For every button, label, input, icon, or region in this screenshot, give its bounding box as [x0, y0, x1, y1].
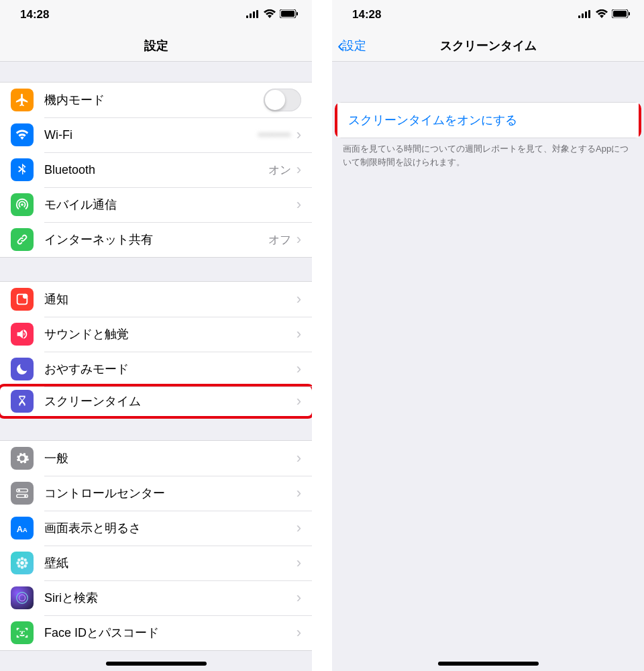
cellular-signal-icon	[578, 8, 592, 21]
settings-screen: 14:28 設定 機内モードWi-Fi•••••••›Bluetoothオン›モ…	[0, 0, 312, 671]
row-label: サウンドと触覚	[44, 326, 297, 342]
svg-rect-30	[585, 11, 587, 18]
svg-point-18	[16, 562, 19, 565]
svg-point-23	[23, 564, 27, 568]
svg-rect-0	[246, 15, 248, 18]
antenna-icon	[11, 193, 34, 216]
svg-rect-29	[582, 13, 584, 18]
nav-bar: ‹ 設定 スクリーンタイム	[332, 30, 644, 62]
svg-text:A: A	[17, 524, 23, 534]
settings-row-sounds[interactable]: サウンドと触覚›	[0, 317, 312, 352]
row-label: 壁紙	[44, 555, 297, 571]
row-value: •••••••	[258, 128, 291, 142]
settings-row-siri[interactable]: Siriと検索›	[0, 580, 312, 615]
row-label: 機内モード	[44, 92, 264, 108]
chevron-right-icon: ›	[297, 196, 301, 213]
chevron-right-icon: ›	[297, 554, 301, 572]
back-button[interactable]: ‹ 設定	[337, 36, 366, 55]
settings-row-controlcenter[interactable]: コントロールセンター›	[0, 476, 312, 511]
row-label: Face IDとパスコード	[44, 625, 297, 641]
svg-point-10	[18, 489, 20, 491]
settings-row-airplane[interactable]: 機内モード	[0, 83, 312, 117]
settings-row-display[interactable]: AA画面表示と明るさ›	[0, 511, 312, 546]
battery-icon	[280, 8, 299, 21]
cellular-signal-icon	[246, 8, 260, 21]
chevron-right-icon: ›	[297, 519, 301, 537]
nav-bar: 設定	[0, 30, 312, 62]
chevron-right-icon: ›	[297, 291, 301, 308]
svg-rect-1	[250, 13, 252, 18]
enable-screentime-label: スクリーンタイムをオンにする	[348, 112, 517, 128]
settings-row-screentime[interactable]: スクリーンタイム›	[0, 384, 312, 419]
svg-point-16	[21, 557, 24, 560]
footer-description: 画面を見ている時間についての週間レポートを見て、対象とするAppについて制限時間…	[332, 136, 644, 168]
svg-rect-2	[253, 11, 255, 18]
chevron-right-icon: ›	[297, 450, 301, 467]
flower-icon	[11, 552, 34, 574]
settings-row-dnd[interactable]: おやすみモード›	[0, 352, 312, 386]
link-icon	[11, 228, 34, 251]
svg-point-24	[17, 592, 28, 604]
airplane-icon	[11, 89, 34, 111]
home-indicator[interactable]	[438, 662, 539, 666]
row-value: オン	[268, 162, 291, 178]
page-title: スクリーンタイム	[440, 38, 537, 54]
svg-point-27	[23, 631, 25, 632]
home-indicator[interactable]	[106, 662, 207, 666]
row-label: インターネット共有	[44, 231, 268, 248]
status-indicators	[578, 8, 631, 21]
status-time: 14:28	[20, 8, 49, 21]
chevron-right-icon: ›	[297, 484, 301, 502]
row-label: Siriと検索	[44, 590, 297, 606]
settings-row-faceid[interactable]: Face IDとパスコード›	[0, 615, 312, 650]
screentime-screen: 14:28 ‹ 設定 スクリーンタイム スクリーンタイムをオンにする 画面を見て…	[332, 0, 644, 671]
enable-screentime-button[interactable]: スクリーンタイムをオンにする	[337, 103, 639, 138]
row-label: スクリーンタイム	[44, 393, 297, 409]
gear-icon	[11, 447, 34, 470]
switches-icon	[11, 482, 34, 505]
chevron-right-icon: ›	[297, 589, 301, 607]
svg-rect-34	[629, 12, 630, 15]
settings-row-bluetooth[interactable]: Bluetoothオン›	[0, 152, 312, 187]
settings-list[interactable]: 機内モードWi-Fi•••••••›Bluetoothオン›モバイル通信›インタ…	[0, 82, 312, 651]
bluetooth-icon	[11, 158, 34, 181]
wifi-icon	[11, 123, 34, 146]
row-label: 一般	[44, 450, 297, 466]
speaker-icon	[11, 323, 34, 346]
row-value: オフ	[268, 232, 291, 248]
text-size-icon: AA	[11, 517, 34, 539]
page-title: 設定	[144, 38, 168, 54]
toggle-switch[interactable]	[264, 89, 301, 111]
chevron-right-icon: ›	[297, 231, 301, 248]
svg-point-19	[25, 562, 28, 565]
row-label: 通知	[44, 291, 297, 307]
chevron-right-icon: ›	[297, 393, 301, 410]
svg-rect-31	[588, 10, 590, 18]
chevron-right-icon: ›	[297, 325, 301, 343]
svg-rect-6	[297, 12, 298, 15]
wifi-status-icon	[596, 8, 608, 21]
row-label: Bluetooth	[44, 163, 268, 177]
svg-point-8	[23, 294, 28, 299]
settings-row-hotspot[interactable]: インターネット共有オフ›	[0, 222, 312, 257]
hourglass-icon	[11, 390, 34, 413]
status-indicators	[246, 8, 299, 21]
faceid-icon	[11, 621, 34, 644]
status-bar: 14:28	[0, 0, 312, 30]
settings-row-wallpaper[interactable]: 壁紙›	[0, 546, 312, 580]
wifi-status-icon	[264, 8, 276, 21]
svg-point-12	[24, 495, 26, 497]
settings-row-general[interactable]: 一般›	[0, 441, 312, 476]
settings-row-notifications[interactable]: 通知›	[0, 282, 312, 317]
svg-rect-3	[256, 10, 258, 18]
svg-point-20	[17, 558, 21, 562]
status-time: 14:28	[352, 8, 381, 21]
svg-point-26	[19, 631, 21, 632]
settings-row-wifi[interactable]: Wi-Fi•••••••›	[0, 117, 312, 152]
chevron-right-icon: ›	[297, 161, 301, 178]
enable-screentime-group: スクリーンタイムをオンにする	[335, 102, 641, 138]
row-label: コントロールセンター	[44, 485, 297, 501]
settings-row-cellular[interactable]: モバイル通信›	[0, 187, 312, 222]
row-label: Wi-Fi	[44, 128, 258, 142]
chevron-right-icon: ›	[297, 624, 301, 641]
